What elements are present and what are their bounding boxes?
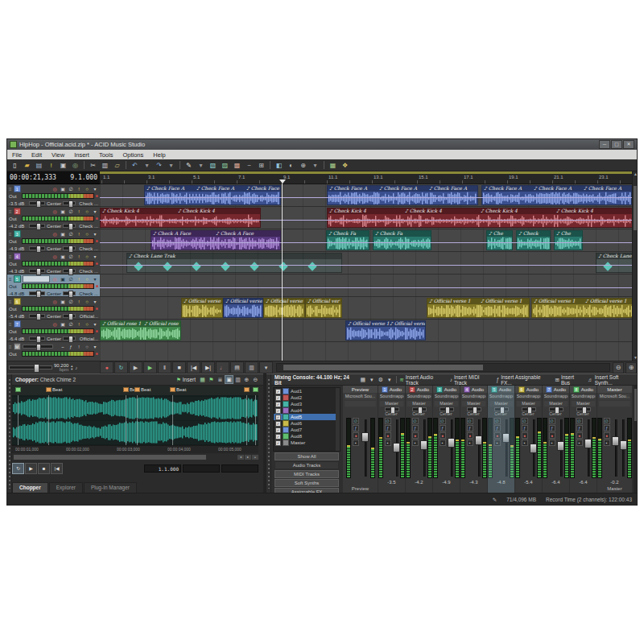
track-volume-slider[interactable] [29,291,45,295]
phase-icon[interactable]: ∅ [576,418,583,424]
channel-visible-checkbox[interactable]: ✓ [275,389,281,394]
stop-button[interactable]: ■ [172,361,186,374]
track-fx-icon[interactable]: ▣ [60,254,66,259]
new-project-icon[interactable]: ▯ [10,160,20,170]
pan-slider[interactable] [467,407,481,411]
scroll-up-icon[interactable]: ▲ [633,171,638,177]
bus-fx-icon[interactable]: ~ [60,345,66,349]
track-header-8[interactable]: ≡M~ƒ!○▾Out [7,342,100,361]
fader-handle[interactable] [502,433,510,443]
solo-button[interactable]: ○ [84,299,90,304]
arm-record-icon[interactable]: ● [440,432,446,439]
volume-envelope-line[interactable] [100,265,632,266]
mute-icon[interactable]: ▪ [576,440,583,446]
fader-handle[interactable] [530,444,537,453]
arm-for-record-icon[interactable]: ◎ [52,231,58,237]
track-volume-slider[interactable] [29,314,45,318]
chopper-zoom-out-icon[interactable]: ⊖ [251,375,260,384]
chopper-scroll-left-icon[interactable]: ◂ [237,455,244,460]
filter-soft-synths[interactable]: Soft Synths [275,479,339,487]
chopper-scroll-thumb[interactable] [14,455,206,460]
menu-tools[interactable]: Tools [94,151,118,159]
strip-fader[interactable] [557,418,564,478]
tempo-slider[interactable] [9,365,52,369]
strip-fader[interactable] [475,418,481,478]
pan-slider[interactable] [385,407,399,411]
solo-button[interactable]: ○ [84,254,90,259]
phase-icon[interactable]: ∅ [522,418,528,424]
audio-clip[interactable]: ♪ Check Kick 4♪ Check Kick 4♪ Check Kick… [327,208,632,228]
chopper-loop-button[interactable]: ↻ [12,463,24,474]
audio-clip[interactable]: ♪ Official ver [305,298,342,318]
channel-visible-checkbox[interactable]: ✓ [275,440,281,446]
fader-handle[interactable] [393,443,400,452]
time-selection-tool-icon[interactable]: ⊞ [256,160,266,170]
track-menu-icon[interactable]: ▾ [92,299,98,304]
fx-icon[interactable]: ƒ [467,425,473,431]
timeline-track-row-3[interactable]: ♪ Check A Face♪ Check A Face♪ Check Fa♪ … [100,229,632,252]
mixer-view-icon[interactable]: ▦ [358,375,367,384]
timeline-vertical-scrollbar[interactable]: ▲ ▼ [632,171,638,361]
undo-caret-icon[interactable]: ▾ [142,160,152,170]
arm-for-record-icon[interactable]: ◎ [52,208,58,214]
timeline-track-row-8[interactable] [100,342,632,361]
draw-tool-caret-icon[interactable]: ▾ [196,160,206,170]
audio-clip[interactable]: ♪ Official rose 1♪ Official rose 1 [100,320,181,341]
mute-button[interactable]: ! [76,277,82,282]
mixer-settings-icon[interactable]: ⚙ [376,375,385,384]
preview-device-icon[interactable]: ◎ [70,160,80,170]
erase-tool-icon[interactable]: ▩ [232,160,242,170]
track-menu-icon[interactable]: ▾ [92,186,98,192]
mixer-strip-audio-3[interactable]: 3AudioSoundmapperMasterCenter∅ƒ●▪-4.9 [433,386,460,493]
track-volume-slider[interactable] [29,224,45,228]
timeline-track-row-7[interactable]: ♪ Official rose 1♪ Official rose 1♪ Offi… [100,320,632,342]
phase-icon[interactable]: ∅ [494,418,501,424]
arm-for-record-icon[interactable]: ◎ [52,299,58,304]
go-to-start-button[interactable]: |◀ [187,361,200,374]
minimize-button[interactable]: ─ [599,140,610,149]
copy-icon[interactable]: ▥ [100,160,110,170]
mixer-scroll-thumb[interactable] [634,389,638,421]
tempo-stepper[interactable]: ▲▼ [70,365,73,371]
arm-record-icon[interactable]: ● [467,432,473,439]
phase-icon[interactable]: ∅ [68,276,74,282]
zoom-out-button[interactable]: ⊖ [613,362,624,374]
fx-icon[interactable]: ƒ [385,425,391,431]
phase-icon[interactable]: ∅ [467,418,473,424]
publish-icon[interactable]: ! [46,160,56,170]
audio-clip[interactable]: ♪ Check Lane Trak [596,253,632,273]
open-project-icon[interactable]: ▰ [22,160,32,170]
track-fx-icon[interactable]: ▣ [60,186,66,192]
channel-visible-checkbox[interactable]: ✓ [275,421,281,427]
volume-envelope-line[interactable] [100,242,632,243]
pan-slider[interactable] [576,407,591,411]
edit-cursor[interactable] [282,184,283,361]
mute-icon[interactable]: ▪ [604,440,610,446]
phase-icon[interactable]: ∅ [604,418,610,424]
mixer-strip-audio-7[interactable]: 7AudioSoundmapperMasterCenter∅ƒ●▪-6.4 [543,386,569,493]
arm-record-icon[interactable]: ● [412,432,419,439]
chopper-auto-insert-icon[interactable]: ▣ [225,375,233,384]
track-drag-handle[interactable]: ≡ [9,254,12,259]
transport-menu-icon[interactable]: ▾ [259,361,273,374]
chopper-marker-flag[interactable] [134,387,140,392]
audio-clip[interactable]: ♪ Official verse 1 [263,298,305,318]
selection-tool-icon[interactable]: ▧ [208,160,218,170]
fx-icon[interactable]: ƒ [494,425,501,431]
menu-view[interactable]: View [47,151,69,159]
mixer-view-caret-icon[interactable]: ▾ [367,375,376,384]
audio-clip[interactable]: ♪ Check A Face♪ Check A Face [151,230,281,250]
fx-icon[interactable]: ƒ [549,425,555,431]
mute-button[interactable]: ! [76,232,82,237]
chopper-scroll-zoom-icon[interactable]: = [252,455,258,460]
phase-icon[interactable]: ∅ [385,418,391,424]
channel-list-item-aud5[interactable]: ✓Aud5 [274,414,340,420]
maximize-button[interactable]: ▢ [611,140,622,149]
channel-visible-checkbox[interactable]: ✓ [275,408,281,414]
audio-clip[interactable]: ♪ Official verse 1♪ Official verse 1 [531,298,632,318]
mixer-strip-preview[interactable]: PreviewMicrosoft Sou...∅ƒ●▪Preview [343,386,378,493]
channel-visible-checkbox[interactable]: ✓ [275,434,281,440]
channel-list-scrollbar[interactable] [336,388,340,451]
pan-slider[interactable] [412,407,427,411]
bus-automation-icon[interactable]: ƒ [68,345,74,349]
